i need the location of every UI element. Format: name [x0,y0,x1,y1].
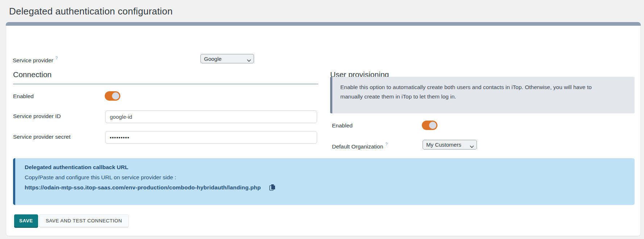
default-organization-select-value: My Customers [426,142,461,148]
callback-title: Delegated authentication callback URL [25,164,626,171]
callback-callout: Delegated authentication callback URL Co… [13,158,635,205]
save-and-test-connection-button[interactable]: SAVE AND TEST CONNECTION [39,214,129,227]
connection-section-title: Connection [13,70,51,79]
connection-divider [13,84,318,84]
service-provider-select[interactable]: Google [200,54,254,63]
provisioning-info-box: Enable this option to automatically crea… [330,77,635,113]
service-provider-select-value: Google [204,56,221,62]
toggle-knob [429,122,436,129]
help-icon[interactable]: ? [55,56,58,60]
callback-instruction: Copy/Paste and configure this URL on ser… [25,174,626,181]
provisioning-enabled-toggle[interactable] [422,121,437,130]
service-provider-label: Service provider? [13,56,58,64]
panel-topbar [6,22,641,26]
service-provider-id-label: Service provider ID [13,113,61,120]
chevron-down-icon [247,57,251,63]
chevron-down-icon [470,143,474,150]
service-provider-id-input[interactable] [105,110,317,123]
save-button[interactable]: SAVE [14,214,38,227]
help-icon[interactable]: ? [385,142,387,146]
callback-url: https://odain-mtp-sso.itop-saas.com/env-… [25,184,261,191]
connection-enabled-toggle[interactable] [105,91,120,101]
config-panel: Service provider? Google Connection Enab… [6,22,641,236]
default-organization-select[interactable]: My Customers [423,140,477,150]
toggle-knob [112,92,119,100]
provisioning-info-text: Enable this option to automatically crea… [340,83,605,101]
provisioning-enabled-label: Enabled [332,122,353,129]
service-provider-secret-input[interactable] [105,131,317,144]
page-title: Delegated authentication configuration [9,6,173,17]
default-organization-label: Default Organization? [332,142,387,150]
copy-icon[interactable] [269,184,276,191]
connection-enabled-label: Enabled [13,93,34,100]
service-provider-secret-label: Service provider secret [13,134,71,140]
